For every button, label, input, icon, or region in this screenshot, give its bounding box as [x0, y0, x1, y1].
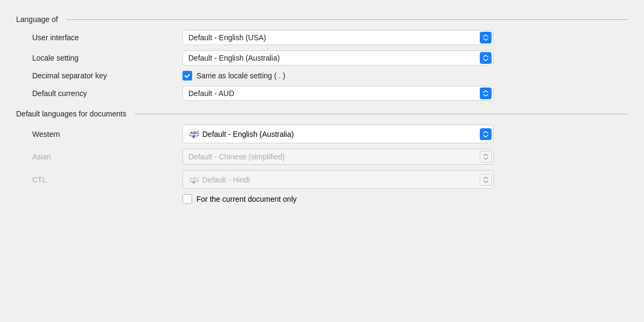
default-languages-divider [135, 114, 628, 114]
for-current-doc-row: For the current document only [16, 194, 628, 204]
asian-select-container: Default - Chinese (simplified) [182, 149, 494, 165]
language-of-section-header: Language of [16, 15, 628, 24]
locale-setting-control: Default - English (Australia) [182, 50, 494, 65]
western-select-container: ABC Default - English (Australia) [182, 125, 494, 143]
section-divider [67, 19, 628, 20]
locale-setting-label: Locale setting [32, 54, 182, 62]
ctl-select-display: ABC Default - Hindi [182, 170, 494, 189]
svg-text:ABC: ABC [190, 130, 199, 135]
ctl-select-container: ABC Default - Hindi [182, 170, 494, 189]
western-control: ABC Default - English (Australia) [182, 125, 494, 143]
decimal-separator-checkbox-row: Same as locale setting ( . ) [182, 71, 494, 80]
user-interface-select[interactable]: Default - English (USA) [182, 30, 494, 45]
locale-setting-select[interactable]: Default - English (Australia) [182, 50, 494, 65]
user-interface-label: User interface [32, 33, 182, 42]
ctl-row: CTL ABC Default - Hindi [16, 170, 628, 189]
default-languages-section-header: Default languages for documents [16, 109, 628, 118]
user-interface-control: Default - English (USA) [182, 30, 494, 45]
svg-text:ABC: ABC [190, 176, 199, 181]
for-current-doc-checkbox[interactable] [182, 194, 192, 204]
locale-setting-row: Locale setting Default - English (Austra… [16, 50, 628, 65]
settings-panel: Language of User interface Default - Eng… [0, 0, 644, 322]
language-of-title: Language of [16, 15, 63, 24]
user-interface-select-container: Default - English (USA) [182, 30, 494, 45]
default-languages-title: Default languages for documents [16, 109, 131, 118]
user-interface-row: User interface Default - English (USA) [16, 30, 628, 45]
asian-select-display: Default - Chinese (simplified) [182, 149, 494, 165]
default-currency-label: Default currency [32, 89, 182, 98]
default-currency-select-container: Default - AUD [182, 86, 494, 101]
western-row: Western ABC [16, 125, 628, 143]
decimal-separator-row: Decimal separator key Same as locale set… [16, 71, 628, 80]
asian-control: Default - Chinese (simplified) [182, 149, 494, 165]
ctl-abc-icon: ABC [188, 173, 199, 186]
decimal-separator-checkbox-label: Same as locale setting ( . ) [196, 71, 286, 80]
asian-row: Asian Default - Chinese (simplified) [16, 149, 628, 165]
default-currency-row: Default currency Default - AUD [16, 86, 628, 101]
decimal-separator-checkbox[interactable] [182, 71, 192, 80]
western-select-value: Default - English (Australia) [202, 130, 294, 138]
western-abc-icon: ABC [188, 128, 199, 140]
western-label: Western [32, 130, 182, 138]
asian-label: Asian [32, 152, 182, 161]
ctl-select-value: Default - Hindi [202, 175, 250, 184]
asian-select-value: Default - Chinese (simplified) [188, 152, 285, 161]
default-currency-control: Default - AUD [182, 86, 494, 101]
decimal-separator-control: Same as locale setting ( . ) [182, 71, 494, 80]
for-current-doc-label: For the current document only [196, 195, 297, 203]
decimal-separator-label: Decimal separator key [32, 71, 182, 80]
ctl-control: ABC Default - Hindi [182, 170, 494, 189]
locale-setting-select-container: Default - English (Australia) [182, 50, 494, 65]
ctl-label: CTL [32, 175, 182, 184]
default-currency-select[interactable]: Default - AUD [182, 86, 494, 101]
western-select-display[interactable]: ABC Default - English (Australia) [182, 125, 494, 143]
